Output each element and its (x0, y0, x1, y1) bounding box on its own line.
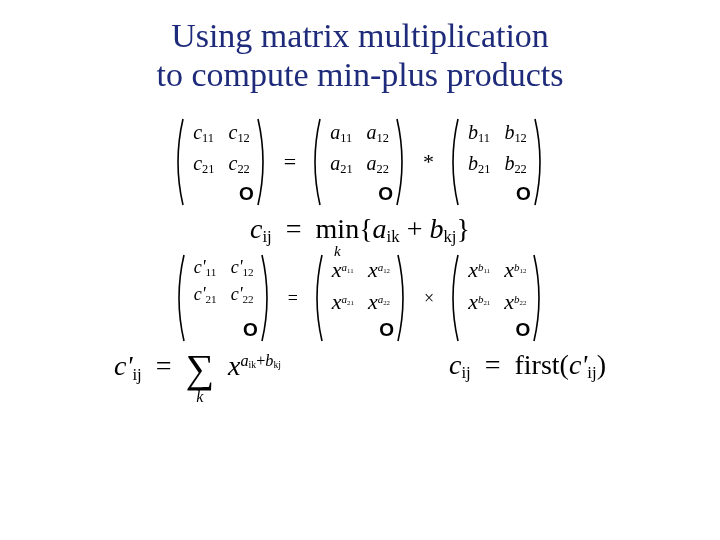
cprime-sum-formula: c'ij = ∑k xaik+bkj (114, 349, 281, 389)
cell: xa11 (332, 257, 354, 283)
first-formula: cij = first(c'ij) (449, 349, 606, 389)
ellipsis-corner: O (378, 183, 393, 205)
cell: xb12 (504, 257, 526, 283)
min-plus-matrix-equation: c11 c12 c21 c22 O = a11 a12 a21 a22 O * (0, 117, 720, 207)
matrix-A: a11 a12 a21 a22 O (308, 117, 411, 207)
cell: b11 (468, 121, 490, 146)
cell: c'11 (194, 257, 217, 278)
cell: xb22 (504, 289, 526, 315)
cell: b12 (504, 121, 526, 146)
polynomial-matrix-equation: c'11 c'12 c'21 c'22 O = xa11 xa12 xa21 x… (0, 253, 720, 343)
min-plus-product-op: * (423, 149, 434, 175)
cell: a11 (330, 121, 352, 146)
cell: a12 (367, 121, 389, 146)
cell: c21 (193, 152, 214, 177)
title-line-1: Using matrix multiplication (171, 17, 549, 54)
equals-op: = (288, 288, 298, 309)
cell: c'12 (231, 257, 254, 278)
sigma-icon: ∑k (186, 349, 215, 389)
cell: xa22 (368, 289, 390, 315)
cell: b22 (504, 152, 526, 177)
cell: a21 (330, 152, 352, 177)
ellipsis-corner: O (379, 319, 394, 341)
ellipsis-corner: O (516, 183, 531, 205)
cell: c11 (193, 121, 214, 146)
matrix-x-A: xa11 xa12 xa21 xa22 O (310, 253, 412, 343)
cell: c12 (229, 121, 250, 146)
matrix-C: c11 c12 c21 c22 O (171, 117, 272, 207)
ellipsis-corner: O (239, 183, 254, 205)
matrix-C-prime: c'11 c'12 c'21 c'22 O (172, 253, 276, 343)
ellipsis-corner: O (243, 319, 258, 341)
cell: c'22 (231, 284, 254, 305)
title-line-2: to compute min-plus products (156, 56, 563, 93)
matrix-B: b11 b12 b21 b22 O (446, 117, 549, 207)
cell: xa12 (368, 257, 390, 283)
slide-title: Using matrix multiplication to compute m… (0, 16, 720, 94)
cell: xa21 (332, 289, 354, 315)
cell: b21 (468, 152, 490, 177)
equals-op: = (284, 149, 296, 175)
min-plus-definition: cij = mink{aik + bkj} (0, 213, 720, 247)
slide-content: c11 c12 c21 c22 O = a11 a12 a21 a22 O * (0, 117, 720, 389)
bottom-formulas: c'ij = ∑k xaik+bkj cij = first(c'ij) (0, 349, 720, 389)
cell: c22 (229, 152, 250, 177)
cell: xb21 (468, 289, 490, 315)
ellipsis-corner: O (516, 319, 531, 341)
cell: c'21 (194, 284, 217, 305)
matrix-x-B: xb11 xb12 xb21 xb22 O (446, 253, 548, 343)
cell: a22 (367, 152, 389, 177)
cell: xb11 (468, 257, 490, 283)
times-op: × (424, 288, 434, 309)
